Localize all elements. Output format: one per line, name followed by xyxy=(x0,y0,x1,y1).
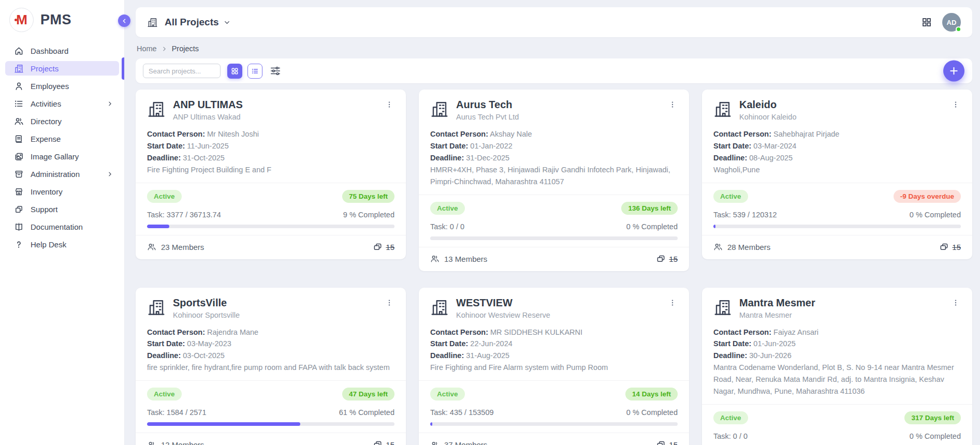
projects-dropdown-toggle[interactable] xyxy=(223,19,231,26)
copy-icon xyxy=(14,204,24,214)
start-date-value: 03-May-2023 xyxy=(187,339,231,348)
messages-value: 15 xyxy=(386,440,394,445)
project-card[interactable]: WESTVIEW Kohinoor Westview Reserve Conta… xyxy=(419,288,689,445)
sidebar-item-projects[interactable]: Projects xyxy=(5,61,119,76)
project-description: Mantra Codename Wonderland, Plot B, S. N… xyxy=(713,362,961,397)
sidebar-item-help-desk[interactable]: Help Desk xyxy=(5,237,119,251)
grid-view-button[interactable] xyxy=(227,64,242,79)
user-icon xyxy=(14,81,24,91)
grid-view-icon xyxy=(231,67,239,75)
deadline-value: 31-Oct-2025 xyxy=(183,154,225,162)
members-label: 23 Members xyxy=(161,243,204,251)
sidebar-item-inventory[interactable]: Inventory xyxy=(5,184,119,199)
building-icon xyxy=(14,64,24,73)
sidebar-item-documentation[interactable]: Documentation xyxy=(5,219,119,234)
card-menu-button[interactable] xyxy=(667,297,678,308)
project-description: fire sprinkler, fire hydrant,fire pump r… xyxy=(147,362,394,374)
contact-value: Sahebhajrat Pirjade xyxy=(773,130,839,138)
card-menu-button[interactable] xyxy=(384,297,394,308)
sidebar-item-employees[interactable]: Employees xyxy=(5,79,119,93)
completed-percent: 9 % Completed xyxy=(343,211,394,219)
divider xyxy=(419,433,689,433)
days-badge: -9 Days overdue xyxy=(894,190,961,203)
days-badge: 75 Days left xyxy=(342,190,394,203)
members-count[interactable]: 12 Members xyxy=(147,440,204,445)
sidebar-item-administration[interactable]: Administration xyxy=(5,167,119,181)
kebab-menu-icon xyxy=(668,299,677,307)
card-menu-button[interactable] xyxy=(950,99,961,110)
building-icon xyxy=(713,298,732,317)
project-title: Mantra Mesmer xyxy=(739,297,943,309)
receipt-icon xyxy=(14,134,24,144)
sidebar-collapse-button[interactable] xyxy=(118,14,130,27)
kebab-menu-icon xyxy=(385,100,393,109)
card-menu-button[interactable] xyxy=(667,99,678,110)
messages-count[interactable]: 15 xyxy=(373,242,394,252)
sidebar-item-dashboard[interactable]: Dashboard xyxy=(5,43,119,58)
completed-percent: 0 % Completed xyxy=(910,211,961,219)
members-count[interactable]: 13 Members xyxy=(430,254,487,263)
users-icon xyxy=(14,116,24,126)
card-menu-button[interactable] xyxy=(950,297,961,308)
project-card[interactable]: Aurus Tech Aurus Tech Pvt Ltd Contact Pe… xyxy=(419,90,689,271)
members-count[interactable]: 28 Members xyxy=(713,242,770,251)
contact-label: Contact Person: xyxy=(713,130,771,138)
deadline-label: Deadline: xyxy=(713,351,747,360)
search-input[interactable] xyxy=(143,64,221,78)
breadcrumb: Home Projects xyxy=(137,44,971,53)
members-count[interactable]: 23 Members xyxy=(147,242,204,251)
add-project-button[interactable] xyxy=(943,61,964,82)
divider xyxy=(136,235,406,235)
project-card[interactable]: Kaleido Kohinoor Kaleido Contact Person:… xyxy=(702,90,972,259)
project-card[interactable]: SportsVille Kohinoor Sportsville Contact… xyxy=(136,288,406,445)
project-subtitle: Mantra Mesmer xyxy=(739,311,943,319)
users-icon xyxy=(430,254,440,263)
top-header-bar: All Projects AD xyxy=(136,7,972,37)
members-label: 28 Members xyxy=(727,243,770,251)
sidebar-item-activities[interactable]: Activities xyxy=(5,96,119,111)
completed-percent: 0 % Completed xyxy=(626,408,678,417)
messages-value: 15 xyxy=(669,255,678,263)
divider xyxy=(702,235,972,235)
messages-count[interactable]: 15 xyxy=(373,440,394,445)
project-title: ANP ULTIMAS xyxy=(173,99,377,111)
filter-button[interactable] xyxy=(268,64,283,79)
project-card[interactable]: Mantra Mesmer Mantra Mesmer Contact Pers… xyxy=(702,288,972,445)
contact-value: Faiyaz Ansari xyxy=(773,328,818,336)
sidebar-item-label: Expense xyxy=(31,135,61,143)
contact-value: Akshay Nale xyxy=(490,130,532,138)
sidebar-item-support[interactable]: Support xyxy=(5,202,119,216)
messages-count[interactable]: 15 xyxy=(939,242,961,252)
start-date-value: 11-Jun-2025 xyxy=(187,142,228,150)
members-count[interactable]: 37 Members xyxy=(430,440,487,445)
breadcrumb-current[interactable]: Projects xyxy=(172,44,199,53)
divider xyxy=(702,183,972,183)
sidebar-item-label: Administration xyxy=(31,170,80,179)
list-view-button[interactable] xyxy=(247,64,262,79)
progress-bar xyxy=(430,422,678,426)
messages-count[interactable]: 15 xyxy=(656,254,678,264)
plus-icon xyxy=(949,66,959,76)
apps-grid-button[interactable] xyxy=(922,17,932,27)
kebab-menu-icon xyxy=(952,100,960,109)
contact-label: Contact Person: xyxy=(147,328,205,336)
building-icon xyxy=(430,100,449,118)
book-icon xyxy=(14,222,24,232)
card-menu-button[interactable] xyxy=(384,99,394,110)
status-badge: Active xyxy=(713,411,748,424)
project-subtitle: ANP Ultimas Wakad xyxy=(173,113,377,121)
project-description: Wagholi,Pune xyxy=(713,164,961,176)
sidebar-item-image-gallery[interactable]: Image Gallary xyxy=(5,149,119,164)
project-title: Kaleido xyxy=(739,99,943,111)
status-badge: Active xyxy=(147,190,182,203)
sidebar-item-expense[interactable]: Expense xyxy=(5,131,119,146)
deadline-value: 31-Dec-2025 xyxy=(466,154,509,162)
breadcrumb-home[interactable]: Home xyxy=(137,44,157,53)
messages-count[interactable]: 15 xyxy=(656,440,678,445)
completed-percent: 61 % Completed xyxy=(339,408,394,417)
sidebar-item-directory[interactable]: Directory xyxy=(5,114,119,128)
project-card[interactable]: ANP ULTIMAS ANP Ultimas Wakad Contact Pe… xyxy=(136,90,406,259)
project-subtitle: Aurus Tech Pvt Ltd xyxy=(456,113,660,121)
chevron-right-icon xyxy=(107,171,113,177)
user-avatar[interactable]: AD xyxy=(942,13,961,32)
